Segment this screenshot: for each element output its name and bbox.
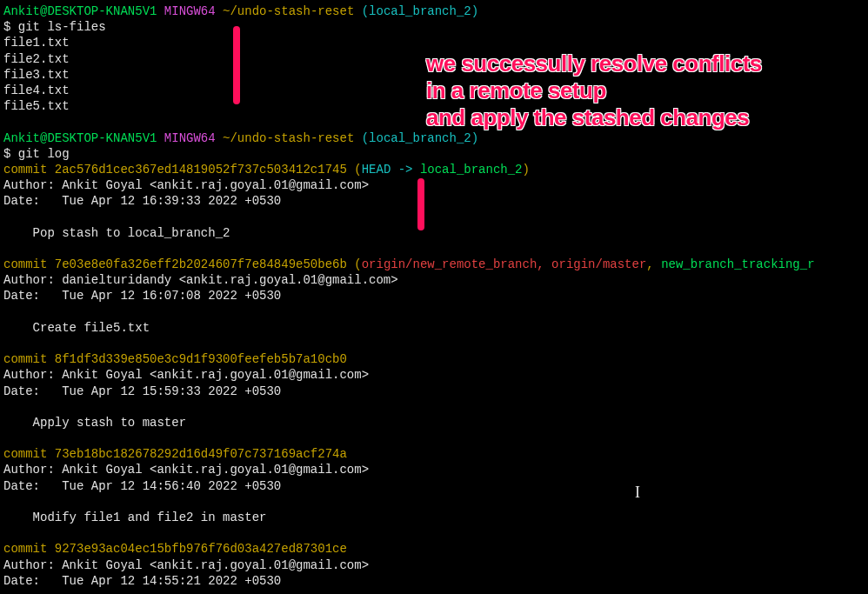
commit-line: commit 9273e93ac04ec15bfb976f76d03a427ed… bbox=[3, 541, 865, 557]
commit-msg: Create file5.txt bbox=[3, 320, 865, 336]
annotation-arrow-2 bbox=[417, 178, 424, 230]
prompt-env: MINGW64 bbox=[164, 4, 216, 18]
commit-line: commit 7e03e8e0fa326eff2b2024607f7e84849… bbox=[3, 257, 865, 272]
file-output: file1.txt bbox=[3, 35, 865, 50]
prompt-user: Ankit@DESKTOP-KNAN5V1 bbox=[3, 4, 157, 18]
commit-date: Date: Tue Apr 12 14:55:21 2022 +0530 bbox=[3, 573, 865, 589]
commit-author: Author: danielturidandy <ankit.raj.goyal… bbox=[3, 272, 865, 288]
prompt-path: ~/undo-stash-reset bbox=[223, 4, 354, 18]
prompt-branch: (local_branch_2) bbox=[362, 4, 478, 18]
commit-msg: Apply stash to master bbox=[3, 415, 865, 430]
prompt-line-2: Ankit@DESKTOP-KNAN5V1 MINGW64 ~/undo-sta… bbox=[3, 130, 865, 146]
annotation-text: we successully resolve conflicts in a re… bbox=[426, 50, 762, 132]
text-cursor-icon: I bbox=[635, 483, 640, 503]
commit-line: commit 2ac576d1cec367ed14819052f737c5034… bbox=[3, 162, 865, 177]
commit-line: commit 73eb18bc182678292d16d49f07c737169… bbox=[3, 446, 865, 462]
commit-author: Author: Ankit Goyal <ankit.raj.goyal.01@… bbox=[3, 462, 865, 477]
commit-msg: Modify file1 and file2 in master bbox=[3, 510, 865, 525]
commit-date: Date: Tue Apr 12 14:56:40 2022 +0530 bbox=[3, 478, 865, 494]
commit-msg: Pop stash to local_branch_2 bbox=[3, 225, 865, 241]
commit-date: Date: Tue Apr 12 16:07:08 2022 +0530 bbox=[3, 288, 865, 304]
commit-line: commit 8f1df3d339e850e3c9d1f9300feefeb5b… bbox=[3, 351, 865, 367]
commit-author: Author: Ankit Goyal <ankit.raj.goyal.01@… bbox=[3, 557, 865, 573]
commit-date: Date: Tue Apr 12 15:59:33 2022 +0530 bbox=[3, 384, 865, 399]
commit-author: Author: Ankit Goyal <ankit.raj.goyal.01@… bbox=[3, 367, 865, 383]
prompt-line-1: Ankit@DESKTOP-KNAN5V1 MINGW64 ~/undo-sta… bbox=[3, 3, 865, 19]
annotation-arrow-1 bbox=[233, 26, 240, 104]
commit-date: Date: Tue Apr 12 16:39:33 2022 +0530 bbox=[3, 193, 865, 209]
command-ls-files[interactable]: $ git ls-files bbox=[3, 19, 865, 35]
commit-author: Author: Ankit Goyal <ankit.raj.goyal.01@… bbox=[3, 177, 865, 193]
command-git-log[interactable]: $ git log bbox=[3, 146, 865, 162]
